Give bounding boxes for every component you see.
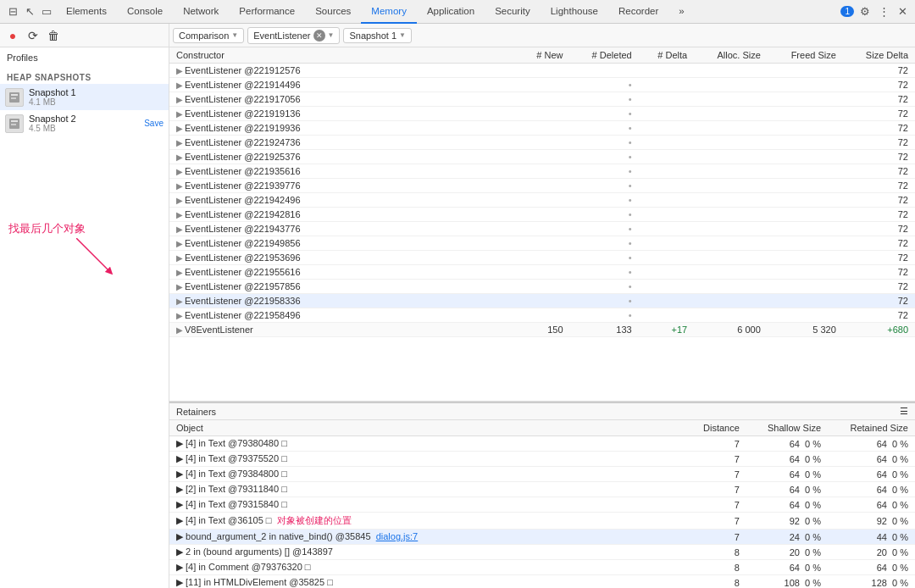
filter-clear-icon[interactable]: ✕ <box>313 30 325 42</box>
col-deleted[interactable]: # Deleted <box>570 47 639 64</box>
sidebar: ● ⟳ 🗑 Profiles HEAP SNAPSHOTS Snapshot 1… <box>0 24 169 588</box>
table-row[interactable]: ▶EventListener @221942816 • 72 <box>169 208 915 222</box>
retainer-row[interactable]: ▶ [4] in Text @79375520 □ 7 64 0 % 64 0 … <box>169 452 915 467</box>
freed-cell <box>768 150 843 164</box>
deleted-cell: • <box>570 265 639 280</box>
devtools-icon[interactable]: ⊟ <box>5 4 20 19</box>
more-options-icon[interactable]: ⋮ <box>876 4 891 19</box>
table-row[interactable]: ▶EventListener @221958336 • 72 <box>169 294 915 308</box>
source-link[interactable]: dialog.js:7 <box>376 531 419 541</box>
tab-application[interactable]: Application <box>417 0 485 24</box>
sidebar-toolbar: ● ⟳ 🗑 <box>0 24 169 47</box>
constructor-cell: ▶EventListener @221914496 <box>169 78 518 92</box>
ret-col-distance[interactable]: Distance <box>685 420 746 436</box>
table-row[interactable]: ▶EventListener @221912576 72 <box>169 64 915 78</box>
retainer-row[interactable]: ▶ [4] in Text @79384800 □ 7 64 0 % 64 0 … <box>169 467 915 482</box>
ret-shallow-cell: 64 0 % <box>746 436 828 452</box>
retainers-menu-icon[interactable]: ☰ <box>900 406 908 417</box>
tab-lighthouse[interactable]: Lighthouse <box>541 0 608 24</box>
retainer-row[interactable]: ▶ [11] in HTMLDivElement @35825 □ 8 108 … <box>169 575 915 589</box>
snapshot-item-1[interactable]: Snapshot 1 4.1 MB <box>0 84 169 110</box>
table-row[interactable]: ▶EventListener @221914496 • 72 <box>169 78 915 92</box>
table-row[interactable]: ▶EventListener @221935616 • 72 <box>169 164 915 179</box>
deleted-cell: • <box>570 193 639 208</box>
table-row[interactable]: ▶EventListener @221917056 • 72 <box>169 92 915 107</box>
device-icon[interactable]: ▭ <box>39 4 54 19</box>
tab-security[interactable]: Security <box>485 0 541 24</box>
retainers-table-wrap[interactable]: Object Distance Shallow Size Retained Si… <box>169 420 915 588</box>
tab-sources[interactable]: Sources <box>305 0 361 24</box>
deleted-cell: • <box>570 107 639 121</box>
snapshot-2-save[interactable]: Save <box>144 119 164 128</box>
tab-performance[interactable]: Performance <box>229 0 305 24</box>
snapshot-arrow: ▼ <box>399 31 406 39</box>
delta-cell <box>639 78 694 92</box>
tab-elements[interactable]: Elements <box>56 0 117 24</box>
upper-table-container[interactable]: Constructor # New # Deleted # Delta Allo… <box>169 47 915 402</box>
stop-button[interactable]: ⟳ <box>24 26 42 45</box>
table-row[interactable]: ▶EventListener @221949856 • 72 <box>169 236 915 251</box>
alloc-cell <box>694 92 768 107</box>
table-row[interactable]: ▶EventListener @221953696 • 72 <box>169 251 915 265</box>
table-row[interactable]: ▶EventListener @221958496 • 72 <box>169 308 915 323</box>
tab-recorder[interactable]: Recorder <box>608 0 668 24</box>
svg-line-6 <box>76 238 110 272</box>
retainer-row[interactable]: ▶ [4] in Text @36105 □ 对象被创建的位置 7 92 0 %… <box>169 513 915 530</box>
deleted-cell: • <box>570 308 639 323</box>
col-size-delta[interactable]: Size Delta <box>843 47 915 64</box>
snapshot-dropdown[interactable]: Snapshot 1 ▼ <box>343 28 412 43</box>
close-icon[interactable]: ✕ <box>895 4 910 19</box>
new-cell <box>518 179 570 193</box>
retainer-row[interactable]: ▶ 2 in (bound arguments) [] @143897 8 20… <box>169 545 915 560</box>
v8-event-listener-row[interactable]: ▶V8EventListener 150 133 +17 6 000 5 320… <box>169 323 915 337</box>
ret-col-retained[interactable]: Retained Size <box>828 420 915 436</box>
comparison-dropdown[interactable]: Comparison ▼ <box>173 28 244 43</box>
table-row[interactable]: ▶EventListener @221955616 • 72 <box>169 265 915 280</box>
col-alloc[interactable]: Alloc. Size <box>694 47 768 64</box>
freed-cell <box>768 179 843 193</box>
table-row[interactable]: ▶EventListener @221919936 • 72 <box>169 121 915 136</box>
table-row[interactable]: ▶EventListener @221939776 • 72 <box>169 179 915 193</box>
retainer-row[interactable]: ▶ [4] in Text @79380480 □ 7 64 0 % 64 0 … <box>169 436 915 452</box>
table-row[interactable]: ▶EventListener @221957856 • 72 <box>169 280 915 294</box>
record-button[interactable]: ● <box>3 26 22 45</box>
table-row[interactable]: ▶EventListener @221924736 • 72 <box>169 136 915 150</box>
annotation-arrow <box>76 238 127 280</box>
table-row[interactable]: ▶EventListener @221919136 • 72 <box>169 107 915 121</box>
col-freed[interactable]: Freed Size <box>768 47 843 64</box>
alloc-cell <box>694 294 768 308</box>
col-constructor[interactable]: Constructor <box>169 47 518 64</box>
retainer-row[interactable]: ▶ [4] in Text @79315840 □ 7 64 0 % 64 0 … <box>169 497 915 513</box>
filter-dropdown[interactable]: EventListener ✕ ▼ <box>247 27 340 44</box>
nav-tabs: Elements Console Network Performance Sou… <box>56 0 695 24</box>
annotation-text: 找最后几个对象 <box>8 221 86 236</box>
tab-network[interactable]: Network <box>173 0 229 24</box>
freed-cell <box>768 208 843 222</box>
ret-shallow-cell: 64 0 % <box>746 497 828 513</box>
col-delta[interactable]: # Delta <box>639 47 694 64</box>
col-new[interactable]: # New <box>518 47 570 64</box>
tab-more[interactable]: » <box>668 0 694 24</box>
deleted-cell: • <box>570 280 639 294</box>
alloc-cell <box>694 251 768 265</box>
table-row[interactable]: ▶EventListener @221925376 • 72 <box>169 150 915 164</box>
constructor-cell: ▶EventListener @221925376 <box>169 150 518 164</box>
retainer-row[interactable]: ▶ bound_argument_2 in native_bind() @358… <box>169 530 915 545</box>
ret-retained-cell: 64 0 % <box>828 452 915 467</box>
tab-console[interactable]: Console <box>117 0 173 24</box>
ret-col-shallow[interactable]: Shallow Size <box>746 420 828 436</box>
ret-distance-cell: 7 <box>685 530 746 545</box>
table-row[interactable]: ▶EventListener @221942496 • 72 <box>169 193 915 208</box>
snapshot-item-2[interactable]: Snapshot 2 4.5 MB Save <box>0 110 169 136</box>
tab-memory[interactable]: Memory <box>361 0 417 24</box>
inspect-icon[interactable]: ↖ <box>22 4 37 19</box>
delta-cell <box>639 294 694 308</box>
retainer-row[interactable]: ▶ [4] in Comment @79376320 □ 8 64 0 % 64… <box>169 560 915 575</box>
retainer-row[interactable]: ▶ [2] in Text @79311840 □ 7 64 0 % 64 0 … <box>169 482 915 497</box>
table-row[interactable]: ▶EventListener @221943776 • 72 <box>169 222 915 236</box>
ret-col-object[interactable]: Object <box>169 420 685 436</box>
filter-arrow: ▼ <box>328 31 335 39</box>
clear-button[interactable]: 🗑 <box>44 26 63 45</box>
settings-icon[interactable]: ⚙ <box>857 4 873 19</box>
constructor-cell: ▶EventListener @221958496 <box>169 308 518 323</box>
